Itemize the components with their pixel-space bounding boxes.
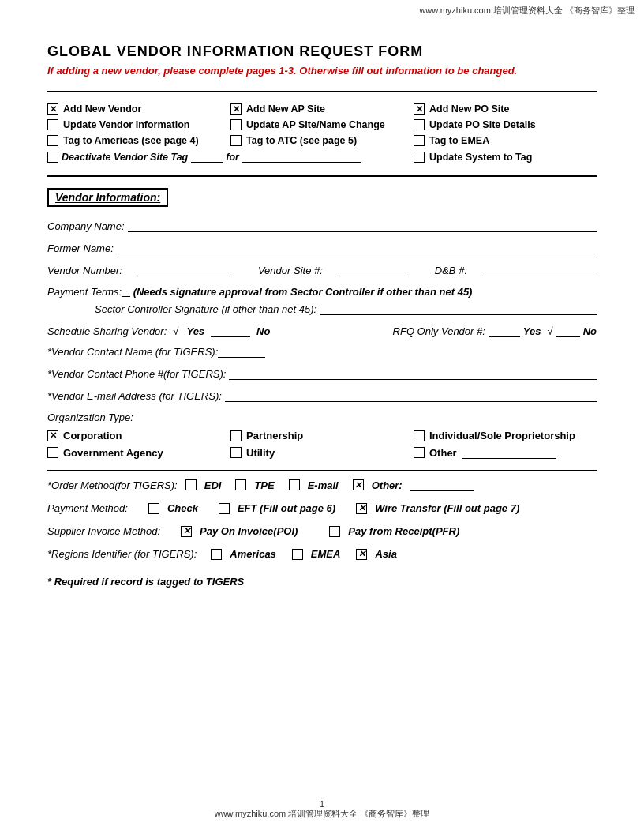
order-other-box[interactable] bbox=[353, 479, 364, 490]
vendor-number-label: Vendor Number: bbox=[47, 265, 122, 276]
checkbox-add-new-po-site-label: Add New PO Site bbox=[429, 103, 509, 115]
checkbox-update-po-site-box[interactable] bbox=[414, 119, 425, 130]
payment-eft-box[interactable] bbox=[219, 503, 230, 514]
checkbox-update-po-site-label: Update PO Site Details bbox=[429, 119, 536, 130]
checkbox-update-system-label: Update System to Tag bbox=[429, 152, 532, 163]
supplier-poi-box[interactable] bbox=[181, 526, 192, 537]
org-partnership[interactable]: Partnership bbox=[230, 430, 414, 441]
vendor-phone-label: *Vendor Contact Phone #(for TIGERS): bbox=[47, 368, 226, 380]
checkbox-update-po-site[interactable]: Update PO Site Details bbox=[414, 119, 597, 130]
org-other-blank bbox=[462, 446, 556, 459]
org-other-label: Other bbox=[429, 447, 457, 459]
checkbox-tag-americas[interactable]: Tag to Americas (see page 4) bbox=[47, 135, 230, 146]
checkbox-update-system-box[interactable] bbox=[414, 152, 425, 163]
payment-terms-note: (Needs signature approval from Sector Co… bbox=[133, 286, 473, 298]
vendor-email-field[interactable] bbox=[225, 389, 597, 402]
org-partnership-box[interactable] bbox=[230, 430, 242, 441]
org-government[interactable]: Government Agency bbox=[47, 446, 230, 459]
checkbox-update-ap-site[interactable]: Update AP Site/Name Change bbox=[230, 119, 414, 130]
checkbox-tag-atc[interactable]: Tag to ATC (see page 5) bbox=[230, 135, 414, 146]
watermark-top: www.myzhiku.com 培训管理资料大全 《商务智库》整理 bbox=[0, 0, 644, 20]
order-method-row: *Order Method(for TIGERS): EDI TPE E-mai… bbox=[47, 479, 597, 491]
checkbox-tag-emea[interactable]: Tag to EMEA bbox=[414, 135, 597, 146]
schedule-check: √ bbox=[173, 325, 178, 337]
order-edi-box[interactable] bbox=[185, 479, 197, 490]
rfq-no: No bbox=[583, 325, 597, 337]
deactivate-blank bbox=[191, 151, 223, 163]
company-name-field[interactable] bbox=[128, 220, 597, 232]
org-government-box[interactable] bbox=[47, 447, 58, 458]
deactivate-for: for bbox=[226, 152, 239, 163]
rfq-yes: Yes bbox=[523, 325, 541, 337]
deactivate-for-blank bbox=[242, 151, 361, 163]
order-other-blank bbox=[410, 479, 474, 491]
supplier-invoice-label: Supplier Invoice Method: bbox=[47, 525, 160, 537]
checkbox-update-system[interactable]: Update System to Tag bbox=[414, 151, 597, 163]
order-method-label: *Order Method(for TIGERS): bbox=[47, 479, 178, 491]
org-type-label: Organization Type: bbox=[47, 411, 597, 423]
regions-row: *Regions Identifier (for TIGERS): Americ… bbox=[47, 548, 597, 560]
checkbox-tag-americas-label: Tag to Americas (see page 4) bbox=[63, 135, 199, 146]
watermark-bottom: www.myzhiku.com 培训管理资料大全 《商务智库》整理 bbox=[0, 808, 644, 820]
required-note-text: * Required if record is tagged to bbox=[47, 576, 203, 588]
order-email-label: E-mail bbox=[308, 479, 339, 491]
checkbox-grid: Add New Vendor Add New AP Site Add New P… bbox=[47, 103, 597, 163]
vendor-info-header: Vendor Information: bbox=[47, 188, 168, 207]
region-americas-label: Americas bbox=[230, 548, 276, 560]
order-tpe-label: TPE bbox=[254, 479, 274, 491]
vendor-site-label: Vendor Site #: bbox=[258, 265, 323, 276]
org-corporation-box[interactable] bbox=[47, 430, 58, 441]
checkbox-add-new-po-site-box[interactable] bbox=[414, 103, 425, 115]
payment-eft-label: EFT (Fill out page 6) bbox=[238, 502, 335, 514]
dnb-label: D&B #: bbox=[435, 265, 467, 276]
vendor-number-field[interactable] bbox=[135, 264, 230, 276]
checkbox-update-vendor-info[interactable]: Update Vendor Information bbox=[47, 119, 230, 130]
payment-wire-box[interactable] bbox=[356, 503, 367, 514]
vendor-email-row: *Vendor E-mail Address (for TIGERS): bbox=[47, 389, 597, 402]
org-individual[interactable]: Individual/Sole Proprietorship bbox=[414, 430, 597, 441]
supplier-pfr-box[interactable] bbox=[329, 526, 340, 537]
order-tpe-box[interactable] bbox=[235, 479, 246, 490]
checkbox-deactivate-row[interactable]: Deactivate Vendor Site Tag for bbox=[47, 151, 414, 163]
checkbox-add-new-vendor-box[interactable] bbox=[47, 103, 58, 115]
checkbox-add-new-po-site[interactable]: Add New PO Site bbox=[414, 103, 597, 115]
region-emea-box[interactable] bbox=[292, 549, 303, 560]
order-email-box[interactable] bbox=[289, 479, 300, 490]
checkbox-update-ap-site-label: Update AP Site/Name Change bbox=[246, 119, 385, 130]
sector-controller-field[interactable] bbox=[320, 302, 597, 315]
checkbox-add-new-vendor[interactable]: Add New Vendor bbox=[47, 103, 230, 115]
schedule-sharing-label: Schedule Sharing Vendor: bbox=[47, 325, 167, 337]
org-utility[interactable]: Utility bbox=[230, 446, 414, 459]
org-government-label: Government Agency bbox=[63, 447, 163, 459]
org-partnership-label: Partnership bbox=[246, 430, 303, 441]
dnb-field[interactable] bbox=[483, 264, 597, 276]
org-corporation[interactable]: Corporation bbox=[47, 430, 230, 441]
vendor-contact-field[interactable] bbox=[218, 345, 265, 358]
org-corporation-label: Corporation bbox=[63, 430, 122, 441]
checkbox-add-new-vendor-label: Add New Vendor bbox=[63, 103, 141, 115]
checkbox-deactivate-label: Deactivate Vendor Site Tag bbox=[62, 152, 188, 163]
checkbox-add-new-ap-site[interactable]: Add New AP Site bbox=[230, 103, 414, 115]
region-asia-box[interactable] bbox=[356, 549, 367, 560]
checkbox-add-new-ap-site-box[interactable] bbox=[230, 103, 242, 115]
region-americas-box[interactable] bbox=[211, 549, 222, 560]
former-name-field[interactable] bbox=[117, 242, 597, 254]
vendor-site-field[interactable] bbox=[335, 264, 406, 276]
tigers-text: TIGERS bbox=[206, 576, 244, 588]
org-other-box[interactable] bbox=[414, 447, 425, 458]
org-other[interactable]: Other bbox=[414, 446, 597, 459]
org-utility-box[interactable] bbox=[230, 447, 242, 458]
supplier-poi-label: Pay On Invoice(POI) bbox=[200, 525, 298, 537]
checkbox-deactivate-box[interactable] bbox=[47, 152, 58, 163]
checkbox-tag-emea-box[interactable] bbox=[414, 135, 425, 146]
payment-check-box[interactable] bbox=[148, 503, 159, 514]
checkbox-tag-americas-box[interactable] bbox=[47, 135, 58, 146]
checkbox-update-vendor-info-box[interactable] bbox=[47, 119, 58, 130]
schedule-row: Schedule Sharing Vendor: √ Yes No RFQ On… bbox=[47, 325, 597, 337]
checkbox-tag-atc-box[interactable] bbox=[230, 135, 242, 146]
vendor-phone-field[interactable] bbox=[229, 367, 597, 380]
checkbox-update-ap-site-box[interactable] bbox=[230, 119, 242, 130]
org-individual-box[interactable] bbox=[414, 430, 425, 441]
payment-wire-label: Wire Transfer (Fill out page 7) bbox=[375, 502, 519, 514]
supplier-invoice-row: Supplier Invoice Method: Pay On Invoice(… bbox=[47, 525, 597, 537]
